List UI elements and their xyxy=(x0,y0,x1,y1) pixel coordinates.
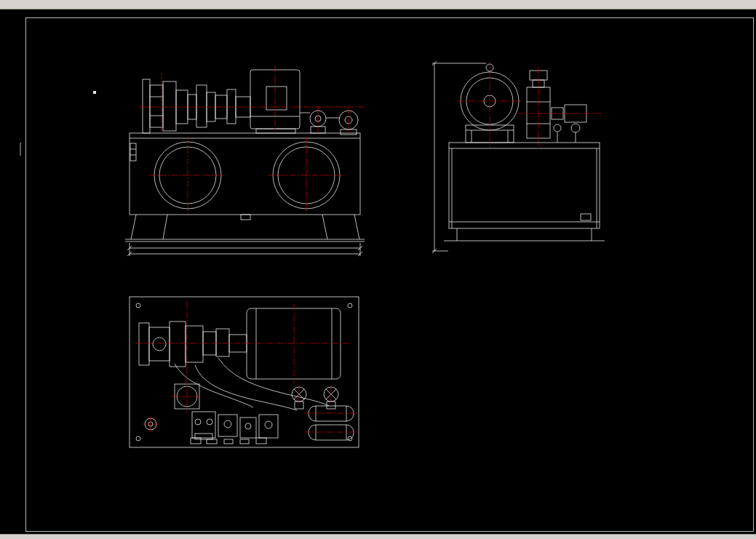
front-view xyxy=(125,65,365,256)
app-window xyxy=(0,0,756,539)
valve-manifold xyxy=(192,412,215,438)
sheet-frame xyxy=(20,18,754,532)
drawing-canvas[interactable] xyxy=(0,9,756,534)
top-view xyxy=(130,297,359,447)
filter-cylinder-1 xyxy=(309,406,354,421)
side-view xyxy=(432,61,605,253)
filter-cylinder-2 xyxy=(309,425,354,440)
level-gauge xyxy=(130,143,136,161)
bell-housing xyxy=(196,85,207,127)
drain-plug xyxy=(581,214,591,220)
toolbar xyxy=(0,0,756,9)
pump-plan xyxy=(186,326,203,362)
motor-plan xyxy=(247,308,341,379)
stray-point-marker xyxy=(93,91,96,94)
drawing-svg xyxy=(0,9,756,534)
pump-body xyxy=(163,81,176,131)
status-bar xyxy=(0,534,756,539)
